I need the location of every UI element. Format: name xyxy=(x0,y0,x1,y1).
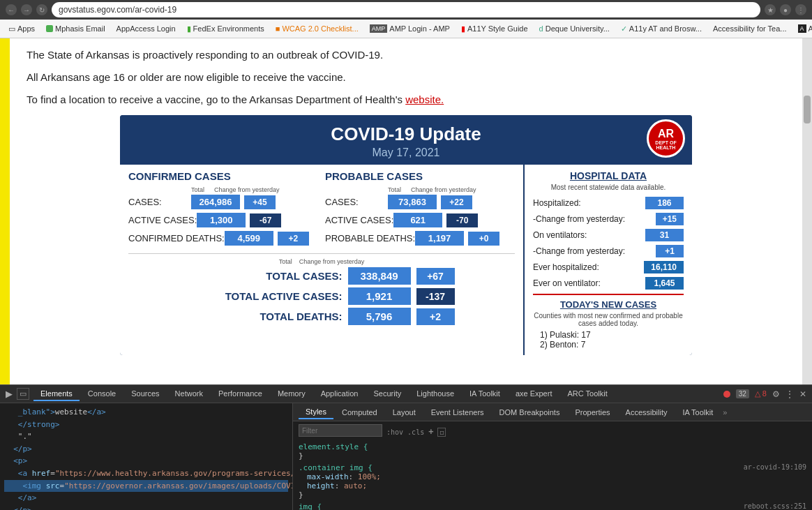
error-count-badge: 32 xyxy=(736,389,749,398)
devtools-right-icons: 32 △ 8 ⚙ ⋮ ✕ xyxy=(723,389,806,399)
styles-tab-computed[interactable]: Computed xyxy=(335,406,384,419)
devtools-settings-icon[interactable]: ⚙ xyxy=(772,389,780,399)
devtools-tab-ia-toolkit[interactable]: IA Toolkit xyxy=(463,387,507,401)
html-line-2: </strong> xyxy=(4,419,288,431)
devtools-panel: ▶ ▭ Elements Console Sources Network Per… xyxy=(0,384,812,510)
styles-tabs-more[interactable]: » xyxy=(723,408,727,417)
devtools-tab-sources[interactable]: Sources xyxy=(124,387,166,401)
extensions-button[interactable]: ● xyxy=(780,4,791,15)
styles-filter-input[interactable] xyxy=(299,424,382,437)
toggle-icon[interactable]: ◻ xyxy=(437,428,446,437)
prob-active-label: ACTIVE CASES: xyxy=(325,215,393,225)
address-bar[interactable]: govstatus.egov.com/ar-covid-19 xyxy=(52,2,760,17)
conf-deaths-row: CONFIRMED DEATHS: 4,599 +2 xyxy=(128,231,318,246)
paragraph-3-text: To find a location to receive a vaccine,… xyxy=(27,93,405,105)
covid-card: AR DEPT OF HEALTH COVID-19 Update May 17… xyxy=(120,115,692,355)
css-rule-element-style: element.style { } xyxy=(299,442,806,460)
html-line-7-selected[interactable]: <img src="https://governor.arkansas.gov/… xyxy=(4,480,288,493)
styles-tab-properties[interactable]: Properties xyxy=(568,406,617,419)
total-change-col-label: Change from yesterday xyxy=(299,258,365,265)
styles-tab-event-listeners[interactable]: Event Listeners xyxy=(424,406,491,419)
devtools-tab-arc[interactable]: ARC Toolkit xyxy=(560,387,614,401)
hosp-change-val: +15 xyxy=(656,213,684,225)
total-cases-label: TOTAL CASES: xyxy=(189,270,343,282)
devtools-toolbar: ▶ ▭ Elements Console Sources Network Per… xyxy=(0,385,812,403)
devtools-tab-network[interactable]: Network xyxy=(168,387,210,401)
wcag-bookmark[interactable]: ■ WCAG 2.0 Checklist... xyxy=(271,23,363,34)
yellow-accent-bar xyxy=(0,38,10,384)
apps-button[interactable]: ▭ Apps xyxy=(4,23,39,35)
deque-bookmark[interactable]: d Deque University... xyxy=(535,23,614,34)
devtools-close-icon[interactable]: ✕ xyxy=(799,389,806,399)
appaccess-bookmark[interactable]: AppAccess Login xyxy=(112,23,180,34)
a11y-at-bookmark[interactable]: ✓ A11y AT and Brosw... xyxy=(617,23,706,35)
hospital-title: HOSPITAL DATA xyxy=(533,170,684,181)
health-website-link[interactable]: website. xyxy=(405,93,444,105)
devtools-body: _blank">website</a> </strong> "." </p> <… xyxy=(0,403,812,510)
url-text: govstatus.egov.com/ar-covid-19 xyxy=(59,5,176,15)
accessiblity-bookmark[interactable]: A Accessiblity xyxy=(794,23,812,34)
accessibility-tea-bookmark[interactable]: Accessibility for Tea... xyxy=(709,23,791,34)
devtools-tab-memory[interactable]: Memory xyxy=(271,387,313,401)
error-count: △ 8 xyxy=(755,389,767,398)
devtools-html-panel: _blank">website</a> </strong> "." </p> <… xyxy=(0,403,293,510)
styles-tab-dom-breakpoints[interactable]: DOM Breakpoints xyxy=(493,406,567,419)
menu-button[interactable]: ⋮ xyxy=(795,4,806,15)
ar-logo: AR DEPT OF HEALTH xyxy=(647,119,685,158)
hosp-change-label: -Change from yesterday: xyxy=(533,214,625,224)
devtools-tab-application[interactable]: Application xyxy=(314,387,366,401)
error-dot xyxy=(723,391,730,398)
styles-tab-accessibility[interactable]: Accessibility xyxy=(619,406,675,419)
devtools-tab-performance[interactable]: Performance xyxy=(211,387,269,401)
forward-button[interactable]: → xyxy=(21,4,32,15)
hosp-label: Hospitalized: xyxy=(533,198,581,208)
css-rule-img: img { reboot.scss:251 vertical-align: mi… xyxy=(299,502,806,510)
bookmark-button[interactable]: ★ xyxy=(765,4,776,15)
cls-toggle[interactable]: .cls xyxy=(407,428,424,436)
css-rule-container-img: .container img { ar-covid-19:109 max-wid… xyxy=(299,463,806,500)
devtools-tab-lighthouse[interactable]: Lighthouse xyxy=(409,387,461,401)
styles-tab-ia-toolkit[interactable]: IA Toolkit xyxy=(675,406,720,419)
fedex-icon: ▮ xyxy=(187,24,191,33)
devtools-tab-security[interactable]: Security xyxy=(366,387,408,401)
devtools-tab-console[interactable]: Console xyxy=(81,387,123,401)
prob-cases-label: CASES: xyxy=(325,197,388,207)
covid-left-section: CONFIRMED CASES Total Change from yester… xyxy=(120,165,525,355)
conf-cases-row: CASES: 264,986 +45 xyxy=(128,195,318,209)
a11y-style-bookmark[interactable]: ▮ A11Y Style Guide xyxy=(457,23,532,35)
hospital-subtitle: Most recent statewide data available. xyxy=(533,183,684,191)
html-line-6: <a href="https://www.healthy.arkansas.go… xyxy=(4,467,288,480)
devtools-tab-elements[interactable]: Elements xyxy=(33,387,80,401)
total-deaths-change: +2 xyxy=(416,308,455,325)
total-cases-val: 338,849 xyxy=(348,267,411,285)
back-button[interactable]: ← xyxy=(6,4,17,15)
total-active-change: -137 xyxy=(416,288,455,305)
total-active-val: 1,921 xyxy=(348,287,411,305)
styles-content-area: :hov .cls + ◻ element.style { } .contain… xyxy=(293,421,812,510)
add-style-rule[interactable]: + xyxy=(428,427,433,437)
page-scrollbar[interactable] xyxy=(802,38,812,384)
page-content: The State of Arkansas is proactively res… xyxy=(10,38,802,384)
email-bookmark[interactable]: Mphasis Email xyxy=(42,23,110,34)
paragraph-2: All Arkansans age 16 or older are now el… xyxy=(27,69,785,86)
total-cases-row: TOTAL CASES: 338,849 +67 xyxy=(128,267,515,285)
devtools-device-icon[interactable]: ▭ xyxy=(17,388,29,400)
styles-tab-layout[interactable]: Layout xyxy=(386,406,423,419)
devtools-tab-axe[interactable]: axe Expert xyxy=(509,387,559,401)
fedex-bookmark[interactable]: ▮ FedEx Environments xyxy=(183,23,269,35)
paragraph-1: The State of Arkansas is proactively res… xyxy=(27,47,785,63)
ever-hosp-val: 16,110 xyxy=(644,261,684,273)
reload-button[interactable]: ↻ xyxy=(36,4,47,15)
styles-tab-styles[interactable]: Styles xyxy=(299,405,333,419)
amp-bookmark[interactable]: AMP AMP Login - AMP xyxy=(366,23,454,34)
devtools-inspect-icon[interactable]: ▶ xyxy=(6,389,13,399)
hover-toggle[interactable]: :hov xyxy=(386,428,403,436)
todays-case-1: 1) Pulaski: 17 xyxy=(540,330,684,340)
browser-chrome: ← → ↻ govstatus.egov.com/ar-covid-19 ★ ●… xyxy=(0,0,812,38)
total-deaths-label: TOTAL DEATHS: xyxy=(189,310,343,322)
prob-active-row: ACTIVE CASES: 621 -70 xyxy=(325,213,515,227)
apps-icon: ▭ xyxy=(8,24,15,33)
ever-hosp-label: Ever hospitalized: xyxy=(533,262,599,272)
scrollbar-thumb[interactable] xyxy=(804,96,811,123)
devtools-more-icon[interactable]: ⋮ xyxy=(785,389,794,399)
